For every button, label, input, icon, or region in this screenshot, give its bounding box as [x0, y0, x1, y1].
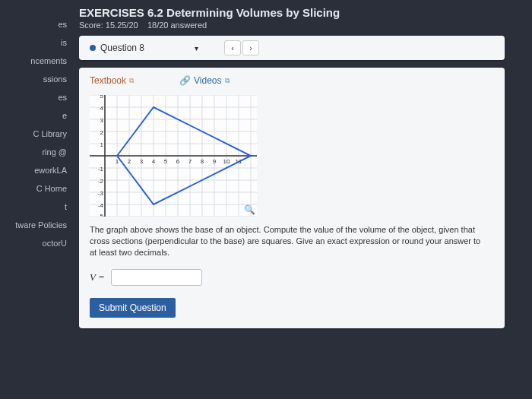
caret-down-icon: ▾ [195, 44, 198, 52]
svg-text:1: 1 [100, 141, 104, 148]
svg-text:-5: -5 [98, 213, 104, 217]
answered-count: 18/20 answered [147, 21, 207, 30]
svg-text:5: 5 [164, 158, 168, 165]
answer-input[interactable] [111, 269, 202, 286]
sidebar: es is ncements ssions es e C Library rin… [0, 0, 70, 399]
prev-question-button[interactable]: ‹ [224, 40, 241, 55]
submit-button[interactable]: Submit Question [90, 298, 176, 318]
sidebar-item[interactable]: eworkLA [0, 161, 70, 179]
sidebar-item[interactable]: C Home [0, 179, 70, 198]
sidebar-item[interactable]: es [0, 15, 70, 33]
sidebar-item[interactable]: ssions [0, 70, 70, 88]
graph-area: 543 21 -1-2-3 -4-5 123 456 789 1011 🔍 [90, 95, 257, 217]
problem-statement: The graph above shows the base of an obj… [90, 224, 485, 258]
svg-text:2: 2 [128, 158, 131, 165]
svg-text:9: 9 [213, 158, 217, 165]
answer-row: V = [90, 269, 494, 286]
sidebar-item[interactable]: C Library [0, 125, 70, 143]
question-nav: ‹ › [224, 40, 259, 55]
textbook-link[interactable]: Textbook ⧉ [90, 75, 134, 86]
svg-text:-1: -1 [98, 166, 104, 173]
question-card: Textbook ⧉ 🔗 Videos ⧉ [79, 68, 505, 328]
status-dot-icon [90, 45, 96, 51]
svg-text:10: 10 [223, 158, 230, 165]
sidebar-item[interactable]: octorU [0, 234, 70, 252]
score-value: Score: 15.25/20 [79, 21, 138, 30]
score-line: Score: 15.25/20 18/20 answered [79, 21, 532, 30]
svg-text:-4: -4 [98, 202, 104, 209]
svg-text:6: 6 [176, 158, 180, 165]
external-link-icon: ⧉ [225, 77, 230, 85]
question-selector-bar: Question 8 ▾ ‹ › [79, 36, 505, 60]
page-title: EXERCISES 6.2 Determining Volumes by Sli… [79, 6, 532, 19]
question-dropdown[interactable]: Question 8 ▾ [87, 41, 201, 55]
question-label: Question 8 [100, 43, 144, 53]
svg-text:8: 8 [201, 158, 204, 165]
main-content: EXERCISES 6.2 Determining Volumes by Sli… [70, 0, 532, 399]
sidebar-item[interactable]: ring @ [0, 143, 70, 161]
sidebar-item[interactable]: es [0, 88, 70, 106]
videos-link[interactable]: 🔗 Videos ⧉ [179, 75, 229, 86]
svg-text:-3: -3 [98, 190, 104, 197]
external-link-icon: ⧉ [129, 77, 134, 85]
sidebar-item[interactable]: is [0, 33, 70, 52]
svg-text:3: 3 [140, 158, 144, 165]
sidebar-item[interactable]: t [0, 198, 70, 216]
svg-text:5: 5 [100, 95, 104, 100]
svg-text:2: 2 [100, 129, 104, 136]
link-icon: 🔗 [179, 75, 191, 86]
resource-links: Textbook ⧉ 🔗 Videos ⧉ [90, 75, 494, 86]
sidebar-item[interactable]: ncements [0, 52, 70, 70]
textbook-label: Textbook [90, 75, 126, 86]
sidebar-item[interactable]: e [0, 106, 70, 125]
next-question-button[interactable]: › [242, 40, 259, 55]
videos-label: Videos [194, 75, 221, 86]
svg-text:-2: -2 [98, 178, 104, 185]
base-region-graph: 543 21 -1-2-3 -4-5 123 456 789 1011 [90, 95, 257, 217]
svg-text:7: 7 [188, 158, 192, 165]
sidebar-item[interactable]: tware Policies [0, 216, 70, 234]
svg-text:3: 3 [100, 117, 104, 124]
svg-text:4: 4 [100, 105, 104, 112]
variable-label: V = [90, 271, 105, 283]
svg-text:4: 4 [152, 158, 156, 165]
magnify-icon[interactable]: 🔍 [244, 204, 255, 215]
